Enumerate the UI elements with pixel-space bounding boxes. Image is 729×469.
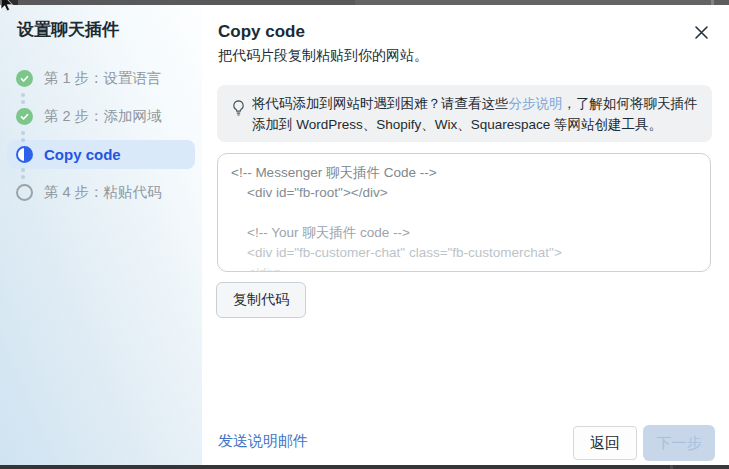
step-item-4-paste-code: 第 4 步：粘贴代码 bbox=[7, 178, 195, 207]
send-instructions-email-link[interactable]: 发送说明邮件 bbox=[218, 432, 308, 451]
step-connector-dots bbox=[21, 131, 25, 145]
step-label: 第 1 步：设置语言 bbox=[44, 69, 162, 88]
back-button[interactable]: 返回 bbox=[573, 426, 637, 460]
step-todo-circle-icon bbox=[16, 184, 33, 201]
step-item-1-set-language[interactable]: 第 1 步：设置语言 bbox=[7, 64, 195, 93]
step-by-step-instructions-link[interactable]: 分步说明 bbox=[509, 96, 563, 111]
step-complete-check-icon bbox=[16, 108, 33, 125]
copy-code-button[interactable]: 复制代码 bbox=[216, 282, 306, 318]
code-snippet-box[interactable]: <!-- Messenger 聊天插件 Code --> <div id="fb… bbox=[217, 153, 711, 272]
code-line: <!-- Your 聊天插件 code --> bbox=[231, 223, 697, 243]
lightbulb-icon bbox=[230, 99, 247, 121]
steps-list: 第 1 步：设置语言 第 2 步：添加网域 Copy code 第 4 步：粘贴… bbox=[0, 64, 202, 216]
page-title: Copy code bbox=[218, 22, 305, 42]
step-label: 第 2 步：添加网域 bbox=[44, 107, 162, 126]
screen: 设置聊天插件 第 1 步：设置语言 第 2 步：添加网域 Copy cod bbox=[0, 0, 729, 469]
step-label: Copy code bbox=[44, 146, 121, 163]
background-page-bottom-edge bbox=[0, 465, 729, 469]
chat-plugin-setup-dialog: 设置聊天插件 第 1 步：设置语言 第 2 步：添加网域 Copy cod bbox=[0, 5, 729, 465]
close-icon bbox=[694, 25, 709, 40]
step-label: 第 4 步：粘贴代码 bbox=[44, 183, 162, 202]
code-line: <div id="fb-customer-chat" class="fb-cus… bbox=[231, 243, 697, 263]
step-item-2-add-domain[interactable]: 第 2 步：添加网域 bbox=[7, 102, 195, 131]
step-in-progress-icon bbox=[16, 146, 33, 163]
step-connector-dots bbox=[21, 168, 25, 182]
tip-text: 将代码添加到网站时遇到困难？请查看这些分步说明，了解如何将聊天插件添加到 Wor… bbox=[252, 93, 700, 135]
step-item-3-copy-code-current[interactable]: Copy code bbox=[7, 140, 195, 169]
sidebar-title: 设置聊天插件 bbox=[17, 19, 119, 41]
tip-box: 将代码添加到网站时遇到困难？请查看这些分步说明，了解如何将聊天插件添加到 Wor… bbox=[217, 85, 712, 142]
code-line: <!-- Messenger 聊天插件 Code --> bbox=[231, 163, 697, 183]
next-button-disabled[interactable]: 下一步 bbox=[643, 425, 715, 461]
setup-steps-sidebar: 设置聊天插件 第 1 步：设置语言 第 2 步：添加网域 Copy cod bbox=[0, 5, 202, 465]
page-subtitle: 把代码片段复制粘贴到你的网站。 bbox=[218, 47, 428, 65]
code-line: </div> bbox=[231, 263, 697, 272]
dialog-content: Copy code 把代码片段复制粘贴到你的网站。 将代码添加到网站时遇到困难？… bbox=[202, 5, 729, 465]
step-connector-dots bbox=[21, 93, 25, 107]
close-button[interactable] bbox=[689, 20, 713, 44]
step-complete-check-icon bbox=[16, 70, 33, 87]
code-line: <div id="fb-root"></div> bbox=[231, 183, 697, 203]
code-line bbox=[231, 203, 697, 223]
